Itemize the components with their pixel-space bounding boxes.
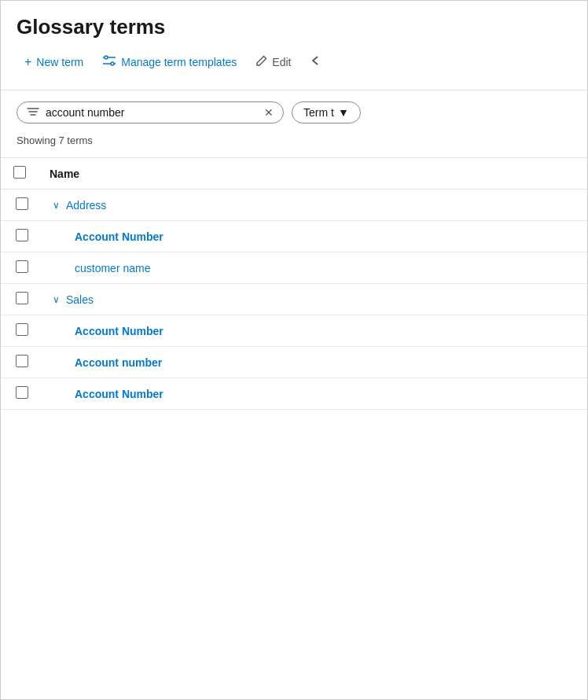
toolbar: + New term Manage term templates [17, 50, 571, 82]
row-name-cell: customer name [40, 252, 587, 284]
edit-button[interactable]: Edit [248, 51, 299, 74]
page-title: Glossary terms [17, 15, 571, 39]
chevron-right-icon[interactable]: ∨ [53, 294, 60, 305]
results-count: Showing 7 terms [17, 131, 571, 153]
search-clear-button[interactable]: ✕ [264, 106, 274, 119]
edit-label: Edit [272, 56, 291, 68]
name-column-header: Name [50, 168, 79, 180]
terms-table-container: Name ∨AddressAccount Numbercustomer name… [1, 157, 587, 410]
row-checkbox[interactable] [16, 292, 28, 304]
term-name-link[interactable]: Account Number [75, 230, 164, 243]
term-name-link[interactable]: Account Number [75, 388, 164, 400]
svg-point-3 [111, 62, 114, 65]
table-row: ∨Sales [1, 284, 587, 315]
svg-point-1 [105, 56, 108, 59]
app-container: Glossary terms + New term Manage term te… [0, 0, 588, 700]
search-box-container: ✕ [17, 101, 284, 123]
term-name-link[interactable]: Account Number [75, 325, 164, 337]
search-input[interactable] [46, 106, 258, 119]
page-header: Glossary terms + New term Manage term te… [1, 1, 587, 90]
manage-templates-label: Manage term templates [121, 56, 237, 68]
new-term-label: New term [36, 56, 83, 68]
term-name-link[interactable]: Account number [75, 356, 162, 369]
new-term-button[interactable]: + New term [17, 51, 91, 73]
term-type-button[interactable]: Term t ▼ [292, 101, 361, 123]
header-checkbox-cell [1, 158, 40, 190]
row-checkbox[interactable] [16, 260, 28, 273]
header-checkbox[interactable] [13, 166, 26, 179]
table-row: Account number [1, 347, 587, 378]
row-name-cell: Account Number [40, 378, 587, 410]
row-checkbox[interactable] [16, 229, 28, 241]
row-name-cell: Account Number [40, 315, 587, 347]
row-checkbox[interactable] [16, 323, 28, 336]
table-header: Name [1, 158, 587, 190]
term-name-link[interactable]: Address [66, 199, 106, 212]
row-name-cell: Account number [40, 347, 587, 378]
search-section: ✕ Term t ▼ Showing 7 terms [1, 90, 587, 157]
chevron-down-icon: ▼ [338, 106, 349, 119]
pencil-icon [255, 55, 267, 70]
table-row: Account Number [1, 378, 587, 410]
row-checkbox[interactable] [16, 197, 28, 210]
term-type-label: Term t [303, 106, 334, 119]
row-checkbox[interactable] [16, 386, 28, 399]
back-button[interactable] [302, 51, 330, 73]
back-arrow-icon [310, 55, 322, 69]
table-row: ∨Address [1, 190, 587, 221]
manage-templates-button[interactable]: Manage term templates [94, 50, 244, 74]
term-name-link[interactable]: customer name [75, 262, 150, 274]
row-name-cell: Account Number [40, 221, 587, 252]
filter-icon [27, 106, 39, 119]
row-name-cell: ∨Sales [40, 284, 587, 315]
plus-icon: + [24, 55, 31, 69]
row-checkbox[interactable] [16, 355, 28, 367]
sliders-icon [102, 54, 116, 70]
chevron-right-icon[interactable]: ∨ [53, 200, 60, 211]
table-row: customer name [1, 252, 587, 284]
terms-table: Name ∨AddressAccount Numbercustomer name… [1, 157, 587, 410]
table-row: Account Number [1, 221, 587, 252]
term-name-link[interactable]: Sales [66, 293, 94, 306]
header-name-cell: Name [40, 158, 587, 190]
search-row: ✕ Term t ▼ [17, 101, 571, 123]
table-row: Account Number [1, 315, 587, 347]
row-name-cell: ∨Address [40, 190, 587, 221]
